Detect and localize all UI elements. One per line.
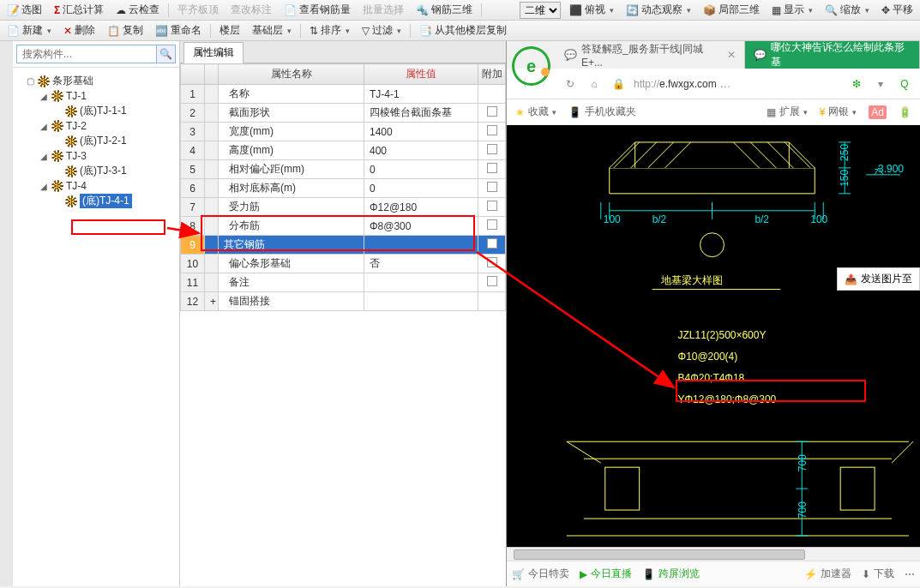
prop-aux[interactable] <box>478 273 506 292</box>
ext-button[interactable]: ▦扩展▾ <box>767 105 808 119</box>
prop-aux[interactable] <box>478 160 506 179</box>
browser-tab-2[interactable]: 💬哪位大神告诉怎么绘制此条形基 <box>745 41 920 69</box>
row-expander[interactable]: + <box>205 292 219 311</box>
prop-row[interactable]: 12 + 锚固搭接 <box>181 292 506 311</box>
floor-select[interactable]: 基础层 <box>249 21 295 39</box>
prop-row[interactable]: 10 偏心条形基础 否 <box>181 255 506 273</box>
tb-fushi[interactable]: ⬛俯视 <box>566 1 617 19</box>
send-image-button[interactable]: 📤发送图片至 <box>837 267 920 291</box>
rename-button[interactable]: 🔤重命名 <box>152 21 205 39</box>
tb-dongtai[interactable]: 🔄动态观察 <box>622 1 695 19</box>
sort-button[interactable]: ⇅排序 <box>306 21 353 39</box>
home-button[interactable]: ⌂ <box>586 75 603 93</box>
tb-jubu3d[interactable]: 📦局部三维 <box>700 1 763 19</box>
prop-row[interactable]: 11 备注 <box>181 273 506 292</box>
prop-value[interactable]: 0 <box>364 179 478 198</box>
copy-button[interactable]: 📋复制 <box>104 21 147 39</box>
prop-aux[interactable] <box>478 236 506 255</box>
ad-icon[interactable]: Ad <box>869 105 887 119</box>
prop-value[interactable]: Φ12@180 <box>364 198 478 217</box>
tb-pingyi[interactable]: ✥平移 <box>878 1 917 19</box>
tb-xianshi[interactable]: ▦显示 <box>768 1 816 19</box>
cad-viewport[interactable]: 100 b/2 b/2 100 250 150 -3.900 地基梁大样图 JZ… <box>507 125 920 561</box>
browser-logo-icon[interactable]: e <box>512 46 550 86</box>
view-2d-select[interactable]: 二维 <box>520 2 561 19</box>
tree-expander-icon[interactable]: ◢ <box>39 182 49 191</box>
dropdown-icon[interactable]: ▾ <box>872 75 889 93</box>
tb-chakangang[interactable]: 📄查看钢筋量 <box>280 1 354 19</box>
tb-xuantu[interactable]: 📝选图 <box>3 1 45 19</box>
tb-chagai[interactable]: 查改标注 <box>227 1 275 19</box>
tb-suofang[interactable]: 🔍缩放 <box>821 1 873 19</box>
prop-value[interactable]: 1400 <box>364 123 478 141</box>
tree-item[interactable]: ◢TJ-3 <box>15 149 177 163</box>
bb-temai[interactable]: 🛒今日特卖 <box>512 567 569 581</box>
tree-item[interactable]: ◢TJ-4 <box>15 179 177 193</box>
prop-aux[interactable] <box>478 141 506 160</box>
tree-item[interactable]: (底)TJ-4-1 <box>15 193 177 209</box>
prop-value[interactable]: 否 <box>364 255 478 273</box>
prop-aux[interactable] <box>478 123 506 141</box>
copyfrom-button[interactable]: 📑从其他楼层复制 <box>416 21 510 39</box>
prop-row[interactable]: 4 高度(mm) 400 <box>181 141 506 160</box>
cad-h-scrollbar[interactable] <box>507 547 920 561</box>
prop-value[interactable]: 400 <box>364 141 478 160</box>
tb-yunjiancha[interactable]: ☁云检查 <box>112 1 163 19</box>
bb-more[interactable]: ⋯ <box>905 568 915 580</box>
prop-aux[interactable] <box>478 292 506 311</box>
tree-item[interactable]: (底)TJ-2-1 <box>15 133 177 149</box>
search-go-icon[interactable]: Q <box>896 75 913 93</box>
prop-row[interactable]: 9 其它钢筋 <box>181 236 506 255</box>
tab-property-edit[interactable]: 属性编辑 <box>183 42 244 63</box>
prop-row[interactable]: 5 相对偏心距(mm) 0 <box>181 160 506 179</box>
bb-cross[interactable]: 📱跨屏浏览 <box>642 567 700 581</box>
prop-row[interactable]: 8 分布筋 Φ8@300 <box>181 217 506 236</box>
search-button[interactable]: 🔍 <box>157 45 176 63</box>
tb-pingqi[interactable]: 平齐板顶 <box>174 1 222 19</box>
prop-row[interactable]: 1 名称 TJ-4-1 <box>181 85 506 104</box>
tree-expander-icon[interactable]: ◢ <box>39 92 49 101</box>
bb-live[interactable]: ▶今日直播 <box>580 567 632 581</box>
prop-aux[interactable] <box>478 85 506 104</box>
prop-aux[interactable] <box>478 179 506 198</box>
tb-gangjin3d[interactable]: 🔩钢筋三维 <box>412 1 476 19</box>
prop-value[interactable]: 0 <box>364 160 478 179</box>
new-button[interactable]: 📄新建 <box>3 21 55 39</box>
prop-aux[interactable] <box>478 198 506 217</box>
delete-button[interactable]: ✕删除 <box>60 21 99 39</box>
tree-item[interactable]: ◢TJ-2 <box>15 119 177 133</box>
prop-aux[interactable] <box>478 217 506 236</box>
bb-accel[interactable]: ⚡加速器 <box>804 567 851 581</box>
reload-button[interactable]: ↻ <box>562 75 579 93</box>
prop-row[interactable]: 2 截面形状 四棱锥台截面条基 <box>181 104 506 123</box>
tree-item[interactable]: (底)TJ-1-1 <box>15 103 177 119</box>
address-bar[interactable]: http://e.fwxgx.com … <box>634 77 841 90</box>
more-icon[interactable]: 🔋 <box>899 106 911 118</box>
prop-row[interactable]: 3 宽度(mm) 1400 <box>181 123 506 141</box>
prop-value[interactable] <box>364 236 478 255</box>
prop-aux[interactable] <box>478 255 506 273</box>
prop-value[interactable]: Φ8@300 <box>364 217 478 236</box>
prop-value[interactable] <box>364 273 478 292</box>
tree-item[interactable]: (底)TJ-3-1 <box>15 163 177 179</box>
tb-huizong[interactable]: Σ 汇总计算 <box>51 1 107 19</box>
mobile-fav-button[interactable]: 📱手机收藏夹 <box>568 105 636 119</box>
close-icon[interactable]: ✕ <box>727 49 736 61</box>
filter-button[interactable]: ▽过滤 <box>358 21 405 39</box>
prop-value[interactable]: 四棱锥台截面条基 <box>364 104 478 123</box>
prop-aux[interactable] <box>478 104 506 123</box>
prop-value[interactable]: TJ-4-1 <box>364 85 478 104</box>
refresh-green-icon[interactable]: ❇ <box>848 75 865 93</box>
bb-download[interactable]: ⬇下载 <box>862 567 894 581</box>
tree-item[interactable]: ▢条形基础 <box>15 73 177 89</box>
prop-row[interactable]: 6 相对底标高(m) 0 <box>181 179 506 198</box>
tree-expander-icon[interactable]: ◢ <box>39 122 49 131</box>
prop-value[interactable] <box>364 292 478 311</box>
tree-item[interactable]: ◢TJ-1 <box>15 89 177 103</box>
tree-expander-icon[interactable]: ◢ <box>39 152 49 161</box>
prop-row[interactable]: 7 受力筋 Φ12@180 <box>181 198 506 217</box>
tree-expander-icon[interactable]: ▢ <box>25 76 35 86</box>
browser-tab-1[interactable]: 💬答疑解惑_服务新干线|同城E+...✕ <box>556 41 745 69</box>
fav-button[interactable]: ★收藏▾ <box>515 105 556 119</box>
tb-piliang[interactable]: 批量选择 <box>359 1 407 19</box>
